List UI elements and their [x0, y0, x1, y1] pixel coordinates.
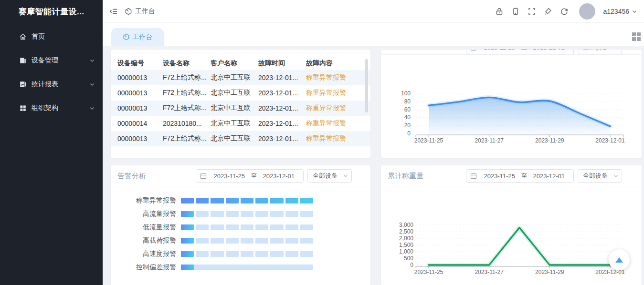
- alarm-category-label: 高载荷报警: [111, 236, 176, 245]
- user-avatar[interactable]: [579, 3, 595, 20]
- column-header: 故障内容: [306, 59, 363, 68]
- alarm-device-select[interactable]: 全部设备: [307, 169, 352, 183]
- alarm-category-label: 控制偏差报警: [111, 263, 176, 272]
- chevron-down-icon: [632, 9, 637, 14]
- sidebar-item-2[interactable]: 统计报表: [0, 72, 103, 96]
- sidebar: 赛摩智能计量设... 首页设备管理统计报表组织架构: [0, 0, 103, 285]
- table-cell: 00000013: [117, 89, 163, 97]
- date-start: 2023-11-25: [209, 173, 250, 180]
- svg-text:0: 0: [410, 262, 413, 268]
- table-cell: 2023-12-01...: [258, 135, 306, 142]
- fault-table: 设备编号设备名称客户名称故障时间故障内容00000013F72上给式称...北京…: [111, 57, 370, 146]
- date-separator: 至: [250, 172, 258, 180]
- fault-content-cell: 称重异常报警: [306, 104, 363, 112]
- total-weight-chart: 05001,0001,5002,0002,5003,0002023-11-252…: [381, 165, 642, 285]
- sidebar-item-3[interactable]: 组织架构: [0, 96, 103, 120]
- table-header-row: 设备编号设备名称客户名称故障时间故障内容: [111, 57, 370, 70]
- alarm-bar: [181, 265, 313, 270]
- arrow-up-icon: [615, 257, 623, 263]
- fault-content-cell: 称重异常报警: [306, 89, 363, 97]
- table-row[interactable]: 00000013F72上给式称...北京中工互联2023-12-01...称重异…: [111, 85, 370, 101]
- svg-text:2023-11-29: 2023-11-29: [535, 269, 564, 275]
- report-icon: [19, 81, 27, 88]
- svg-text:2023-11-27: 2023-11-27: [475, 269, 504, 275]
- alarm-bar-row: 控制偏差报警: [111, 261, 370, 274]
- alarm-bar-row: 高载荷报警: [111, 234, 370, 247]
- tab-workbench[interactable]: 工作台: [111, 28, 164, 46]
- tab-bar: 工作台: [103, 23, 644, 46]
- alarm-bar-row: 高流量报警: [111, 207, 370, 221]
- table-cell: 00000013: [117, 135, 163, 142]
- fault-content-cell: 称重异常报警: [306, 119, 363, 128]
- total-weight-card: 累计称重量 2023-11-25 至 2023-12-01 全部设备 05001…: [380, 165, 642, 285]
- sidebar-item-1[interactable]: 设备管理: [0, 49, 103, 72]
- lock-icon[interactable]: [495, 7, 504, 16]
- breadcrumb-label: 工作台: [135, 7, 155, 16]
- table-cell: 00000013: [117, 74, 163, 81]
- chevron-down-icon: [89, 58, 95, 63]
- column-header: 设备编号: [117, 59, 163, 68]
- svg-text:1,000: 1,000: [399, 248, 413, 255]
- sidebar-item-label: 组织架构: [32, 104, 89, 112]
- table-cell: 北京中工互联: [211, 104, 258, 112]
- chevron-down-icon: [343, 173, 348, 179]
- table-cell: 2023-12-01...: [258, 89, 306, 97]
- fullscreen-icon[interactable]: [528, 7, 536, 16]
- table-cell: 00000013: [117, 104, 163, 112]
- chevron-down-icon: [89, 105, 95, 111]
- top-navbar: 工作台 a123456: [103, 0, 644, 23]
- alarm-bar: [181, 224, 313, 230]
- mobile-icon[interactable]: [511, 7, 520, 16]
- fault-content-cell: 称重异常报警: [306, 73, 363, 82]
- tab-manager-grid-icon[interactable]: [632, 32, 641, 41]
- table-cell: 北京中工互联: [211, 134, 258, 143]
- svg-text:2023-11-29: 2023-11-29: [535, 137, 564, 144]
- svg-text:2023-11-25: 2023-11-25: [414, 137, 443, 144]
- back-to-top-button[interactable]: [609, 249, 630, 270]
- table-row[interactable]: 00000013F72上给式称...北京中工互联2023-12-01...称重异…: [111, 70, 370, 85]
- table-cell: F72上给式称...: [163, 73, 211, 82]
- table-row[interactable]: 00000013F72上给式称...北京中工互联2023-12-01...称重异…: [111, 131, 370, 146]
- sidebar-item-label: 设备管理: [32, 56, 89, 65]
- svg-text:100: 100: [401, 90, 411, 97]
- sidebar-item-0[interactable]: 首页: [0, 25, 103, 49]
- table-row[interactable]: 00000013F72上给式称...北京中工互联2023-12-01...称重异…: [111, 101, 370, 116]
- alarm-analysis-card: 告警分析 2023-11-25 至 2023-12-01 全部设备 称重异常报警…: [110, 165, 371, 285]
- table-cell: F72上给式称...: [163, 134, 211, 143]
- table-row[interactable]: 00000014202310180...北京中工互联2023-12-01...称…: [111, 116, 370, 131]
- sidebar-item-label: 首页: [32, 32, 95, 41]
- alarm-category-label: 低流量报警: [111, 223, 176, 232]
- device-icon: [19, 57, 27, 64]
- table-cell: 北京中工互联: [211, 119, 258, 128]
- app-logo-title: 赛摩智能计量设...: [0, 0, 103, 24]
- sidebar-fold-icon[interactable]: [109, 7, 118, 16]
- alarm-card-header: 告警分析 2023-11-25 至 2023-12-01 全部设备: [111, 165, 370, 186]
- username-label: a123456: [603, 8, 629, 15]
- refresh-icon[interactable]: [560, 7, 569, 16]
- svg-text:2,000: 2,000: [399, 235, 413, 242]
- navbar-actions: a123456: [495, 3, 644, 20]
- table-cell: F72上给式称...: [163, 89, 211, 97]
- breadcrumb[interactable]: 工作台: [125, 7, 155, 16]
- sidebar-menu: 首页设备管理统计报表组织架构: [0, 24, 103, 120]
- user-menu[interactable]: a123456: [603, 8, 637, 15]
- calendar-icon: [200, 173, 207, 179]
- svg-text:0: 0: [407, 130, 411, 137]
- fault-content-cell: 称重异常报警: [306, 134, 363, 143]
- alarm-bar: [181, 251, 313, 257]
- alarm-date-range-picker[interactable]: 2023-11-25 至 2023-12-01: [196, 169, 304, 183]
- alarm-bar-row: 称重异常报警: [111, 194, 370, 207]
- card-header-divider: [111, 53, 370, 53]
- table-scrollbar-thumb[interactable]: [365, 59, 368, 112]
- alarm-bar-row: 高速度报警: [111, 247, 370, 261]
- org-icon: [19, 104, 27, 112]
- svg-text:2023-11-25: 2023-11-25: [414, 269, 443, 275]
- column-header: 客户名称: [211, 59, 258, 68]
- svg-text:1,500: 1,500: [399, 242, 413, 248]
- theme-icon[interactable]: [544, 7, 552, 16]
- alarm-bar-chart: 称重异常报警高流量报警低流量报警高载荷报警高速度报警控制偏差报警: [111, 194, 370, 274]
- alarm-bar: [181, 211, 313, 217]
- tab-label: 工作台: [133, 33, 153, 41]
- sidebar-item-label: 统计报表: [32, 80, 89, 89]
- workbench-hexclock-icon: [123, 33, 130, 41]
